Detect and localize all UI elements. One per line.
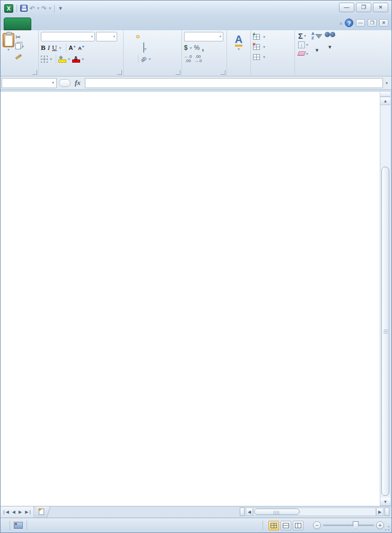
next-sheet-icon[interactable]: ▶ (19, 510, 22, 514)
horizontal-scrollbar[interactable] (253, 508, 376, 516)
scroll-right-icon[interactable]: ▶ (376, 508, 384, 516)
formula-input[interactable] (85, 78, 383, 88)
clear-button[interactable]: ▾ (298, 50, 308, 57)
styles-button[interactable]: A ▾ (229, 34, 248, 51)
zoom-out-button[interactable]: − (313, 521, 321, 529)
font-color-icon[interactable]: A (72, 55, 80, 63)
copy-button[interactable]: ▾ (15, 42, 24, 50)
accounting-format-icon[interactable]: $ (184, 44, 188, 51)
align-right-button[interactable] (136, 46, 140, 49)
font-dialog-launcher-icon[interactable] (117, 70, 122, 75)
font-group: ▾ ▾ B I U▾ A▲ A▼ ▾ ▾ A▾ (39, 30, 124, 76)
borders-icon[interactable] (41, 56, 48, 63)
file-tab[interactable] (4, 18, 31, 30)
undo-icon[interactable]: ↶ (30, 5, 35, 12)
name-box[interactable]: ▾ (2, 78, 57, 88)
resize-grip[interactable] (384, 525, 390, 531)
help-icon[interactable]: ? (345, 19, 353, 27)
insert-cells-button[interactable]: ▾ (253, 32, 292, 42)
undo-dropdown-icon[interactable]: ▾ (37, 6, 39, 11)
increase-decimal-icon[interactable]: ←.0.00 (184, 55, 192, 63)
vertical-scrollbar-thumb[interactable] (381, 167, 389, 496)
format-cells-button[interactable]: ▾ (253, 52, 292, 62)
scroll-left-icon[interactable]: ◀ (246, 508, 253, 516)
scroll-up-icon[interactable]: ▲ (380, 97, 390, 105)
zoom-slider[interactable] (323, 525, 374, 526)
autosum-button[interactable]: Σ▾ (298, 32, 308, 39)
top-align-button[interactable] (126, 35, 129, 38)
cut-button[interactable]: ✂ (15, 33, 24, 41)
vertical-scrollbar[interactable]: ▲ ▼ (380, 92, 390, 506)
page-layout-view-button[interactable] (281, 521, 291, 530)
insert-worksheet-button[interactable]: ✦ (33, 506, 51, 518)
paste-dropdown-icon[interactable]: ▾ (7, 47, 10, 52)
quick-access-toolbar: X ↶▾ ↷▾ ▾ (1, 4, 63, 13)
minimize-button[interactable]: — (339, 3, 354, 12)
alignment-dialog-launcher-icon[interactable] (176, 70, 180, 75)
decrease-decimal-icon[interactable]: .00→.0 (194, 55, 202, 63)
workbook-restore-button[interactable]: ❐ (368, 19, 377, 27)
paste-button[interactable]: ▾ (3, 32, 14, 61)
insert-function-icon[interactable]: fx (71, 79, 85, 87)
tab-split-handle[interactable] (240, 508, 245, 516)
workbook-close-button[interactable]: ✕ (379, 19, 388, 27)
close-button[interactable]: ✕ (373, 3, 388, 12)
format-painter-button[interactable] (15, 51, 24, 59)
percent-style-icon[interactable]: % (194, 44, 200, 51)
zoom-slider-thumb[interactable] (353, 521, 359, 529)
fill-button[interactable]: ↓▾ (298, 41, 308, 48)
italic-button[interactable]: I (48, 44, 50, 52)
scroll-down-icon[interactable]: ▼ (380, 498, 390, 506)
zoom-in-button[interactable]: + (376, 521, 384, 529)
customize-qat-icon[interactable]: ▾ (58, 5, 63, 12)
eraser-icon (298, 51, 306, 56)
binoculars-icon (325, 32, 335, 37)
name-box-dropdown-icon[interactable]: ▾ (50, 81, 56, 85)
redo-dropdown-icon[interactable]: ▾ (49, 6, 51, 11)
merge-center-button[interactable]: ▾ (142, 41, 148, 54)
font-color-dropdown-icon[interactable]: ▾ (82, 57, 84, 62)
orientation-dropdown-icon[interactable]: ▾ (149, 57, 151, 62)
redo-icon[interactable]: ↷ (41, 5, 47, 12)
middle-align-button[interactable] (131, 35, 134, 38)
increase-indent-button[interactable] (131, 57, 134, 61)
number-dialog-launcher-icon[interactable] (221, 70, 225, 75)
expand-formula-bar-icon[interactable]: ▾ (383, 81, 390, 85)
bottom-align-button[interactable] (136, 35, 140, 38)
workbook-minimize-button[interactable]: — (356, 19, 365, 27)
font-family-select[interactable]: ▾ (41, 32, 95, 41)
increase-font-size-button[interactable]: A▲ (68, 45, 76, 51)
last-sheet-icon[interactable]: ▶❘ (25, 510, 32, 514)
decrease-indent-button[interactable] (126, 57, 129, 61)
comma-style-icon[interactable]: , (202, 44, 204, 52)
underline-button[interactable]: U (52, 44, 57, 52)
orientation-icon[interactable]: ab (140, 55, 148, 63)
first-sheet-icon[interactable]: ❘◀ (2, 510, 9, 514)
number-format-select[interactable]: ▾ (184, 32, 223, 41)
find-select-button[interactable]: ▾ (325, 32, 335, 59)
save-icon[interactable] (20, 5, 28, 12)
delete-cells-button[interactable]: ▾ (253, 42, 292, 52)
underline-dropdown-icon[interactable]: ▾ (59, 46, 61, 50)
macro-record-icon[interactable] (14, 522, 23, 529)
font-size-select[interactable]: ▾ (96, 32, 117, 41)
split-handle[interactable] (380, 92, 390, 97)
excel-logo-icon[interactable]: X (4, 4, 13, 13)
decrease-font-size-button[interactable]: A▼ (78, 45, 84, 51)
horizontal-scrollbar-thumb[interactable] (254, 509, 300, 515)
prev-sheet-icon[interactable]: ◀ (12, 510, 15, 514)
page-break-view-button[interactable] (293, 521, 303, 530)
clipboard-dialog-launcher-icon[interactable] (32, 70, 37, 75)
scrollbar-split-handle[interactable] (385, 508, 389, 516)
borders-dropdown-icon[interactable]: ▾ (50, 57, 52, 62)
sort-filter-button[interactable]: AZ ▾ (311, 32, 323, 59)
align-center-button[interactable] (131, 46, 134, 49)
restore-button[interactable]: ❐ (356, 3, 371, 12)
wrap-text-button[interactable] (142, 35, 145, 38)
fill-color-dropdown-icon[interactable]: ▾ (68, 57, 70, 62)
normal-view-button[interactable] (268, 521, 279, 530)
align-left-button[interactable] (126, 46, 129, 49)
fill-color-icon[interactable] (58, 56, 66, 63)
bold-button[interactable]: B (41, 44, 46, 52)
collapse-ribbon-icon[interactable]: ▵ (339, 20, 342, 25)
